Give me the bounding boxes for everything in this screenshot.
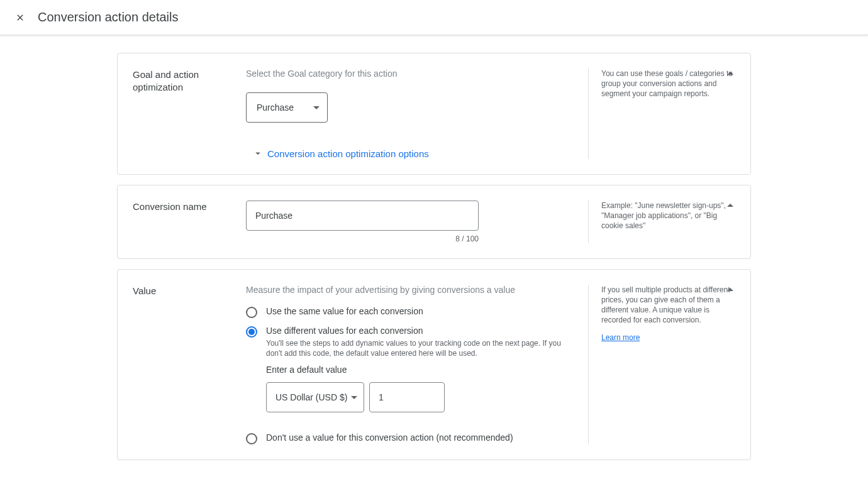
- radio-different-values-sub: You'll see the steps to add dynamic valu…: [266, 338, 573, 358]
- chevron-up-icon: [723, 198, 738, 213]
- content-area: Goal and action optimization Select the …: [112, 53, 756, 460]
- learn-more-link[interactable]: Learn more: [601, 333, 640, 343]
- collapse-button[interactable]: [723, 282, 738, 297]
- radio-no-value[interactable]: [246, 433, 257, 444]
- optimization-options-toggle[interactable]: Conversion action optimization options: [246, 148, 573, 159]
- chevron-down-icon: [252, 148, 264, 159]
- close-icon: [15, 13, 25, 23]
- radio-same-value-label: Use the same value for each conversion: [266, 306, 423, 316]
- collapse-button[interactable]: [723, 198, 738, 213]
- currency-value: US Dollar (USD $): [275, 392, 347, 402]
- goal-section-title: Goal and action optimization: [133, 69, 236, 94]
- goal-card: Goal and action optimization Select the …: [117, 53, 751, 175]
- conversion-name-input[interactable]: [246, 201, 479, 231]
- collapse-button[interactable]: [723, 66, 738, 81]
- value-card: Value Measure the impact of your adverti…: [117, 269, 751, 460]
- close-button[interactable]: [13, 10, 28, 25]
- goal-help-text: You can use these goals / categories to …: [588, 69, 735, 159]
- optimization-options-label: Conversion action optimization options: [267, 148, 429, 159]
- page-header: Conversion action details: [0, 0, 868, 35]
- chevron-up-icon: [723, 66, 738, 81]
- radio-same-value[interactable]: [246, 307, 257, 318]
- goal-category-hint: Select the Goal category for this action: [246, 69, 573, 79]
- default-value-label: Enter a default value: [266, 365, 573, 375]
- currency-select[interactable]: US Dollar (USD $): [266, 382, 364, 412]
- page-title: Conversion action details: [38, 10, 178, 25]
- name-section-title: Conversion name: [133, 201, 236, 213]
- radio-different-values-label: Use different values for each conversion: [266, 326, 573, 336]
- chevron-down-icon: [313, 106, 320, 109]
- name-char-counter: 8 / 100: [246, 234, 479, 243]
- value-hint: Measure the impact of your advertising b…: [246, 285, 573, 295]
- name-help-text: Example: "June newsletter sign-ups", "Ma…: [588, 201, 735, 243]
- chevron-down-icon: [351, 396, 357, 399]
- radio-no-value-label: Don't use a value for this conversion ac…: [266, 432, 513, 443]
- goal-category-select[interactable]: Purchase: [246, 92, 328, 123]
- value-help-text: If you sell multiple products at differe…: [601, 285, 730, 324]
- default-value-input[interactable]: [369, 382, 445, 412]
- name-card: Conversion name 8 / 100 Example: "June n…: [117, 185, 751, 259]
- goal-category-value: Purchase: [257, 102, 294, 113]
- value-section-title: Value: [133, 285, 236, 297]
- chevron-up-icon: [723, 282, 738, 297]
- radio-different-values[interactable]: [246, 326, 257, 338]
